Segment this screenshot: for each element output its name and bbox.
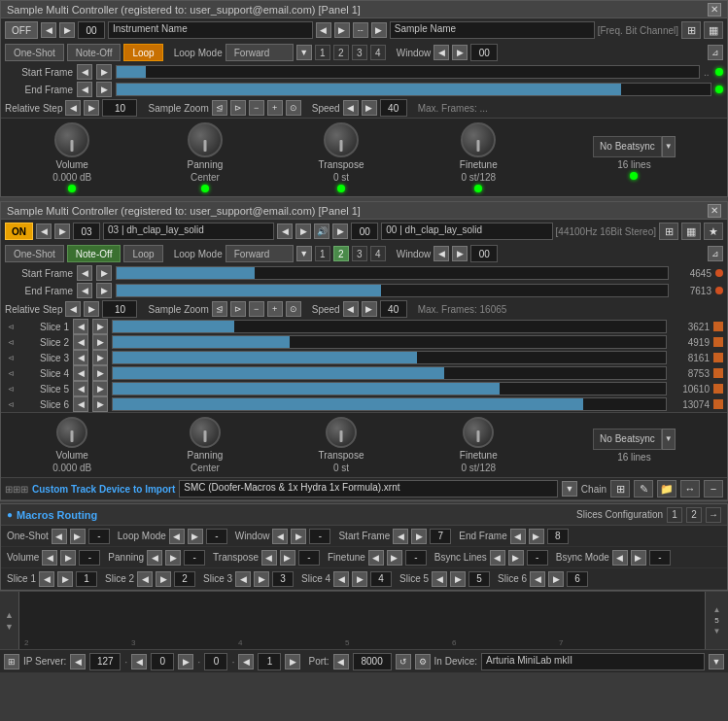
macro-oneshot-left[interactable]: ◀ xyxy=(52,529,67,544)
panel2-loop-4[interactable]: 4 xyxy=(370,246,386,261)
panel1-loopmode-val[interactable]: Forward xyxy=(225,44,294,61)
slice-right-1[interactable]: ▶ xyxy=(92,319,108,334)
piano-octave-down[interactable]: ▼ xyxy=(5,622,14,632)
piano-octave-up[interactable]: ▲ xyxy=(5,610,14,620)
panel1-zoom-btn5[interactable]: ⊙ xyxy=(286,100,301,116)
panel1-endframe-left[interactable]: ◀ xyxy=(77,82,92,97)
slice-left-2[interactable]: ◀ xyxy=(73,334,88,350)
macro-slice3-right[interactable]: ▶ xyxy=(254,571,269,587)
panel1-loop-1[interactable]: 1 xyxy=(315,45,330,60)
ip4-left[interactable]: ◀ xyxy=(238,654,254,670)
panel1-zoom-btn2[interactable]: ⊳ xyxy=(230,100,246,116)
panel1-startframe-right[interactable]: ▶ xyxy=(96,64,112,80)
slice-slider-5[interactable] xyxy=(112,382,667,395)
panel2-loop-2[interactable]: 2 xyxy=(333,246,349,261)
panel1-tab-noteoff[interactable]: Note-Off xyxy=(67,44,121,61)
chain-btn2[interactable]: ✎ xyxy=(634,480,653,498)
macro-bsyncmode-left[interactable]: ◀ xyxy=(612,550,628,566)
in-device-val[interactable]: Arturia MiniLab mkII xyxy=(481,653,705,670)
macro-bsynclines-left[interactable]: ◀ xyxy=(490,550,505,566)
panel2-startframe-slider[interactable] xyxy=(116,266,669,280)
chain-btn3[interactable]: 📁 xyxy=(657,480,676,498)
macro-bsyncmode-right[interactable]: ▶ xyxy=(631,550,646,566)
piano-scroll-down[interactable]: ▼ xyxy=(713,627,721,635)
slice-handle-3[interactable]: ⊲ xyxy=(5,352,17,363)
panel2-endframe-slider[interactable] xyxy=(116,284,669,297)
macro-finetune-left[interactable]: ◀ xyxy=(368,550,384,566)
chain-btn5[interactable]: − xyxy=(704,480,723,498)
panel1-speed-right[interactable]: ▶ xyxy=(362,100,377,116)
panel2-zoom-btn1[interactable]: ⊴ xyxy=(212,301,227,317)
macro-panning-left[interactable]: ◀ xyxy=(147,550,162,566)
macro-startframe-right[interactable]: ▶ xyxy=(411,529,427,544)
piano-scroll-up[interactable]: ▲ xyxy=(713,605,721,614)
panel2-endframe-left[interactable]: ◀ xyxy=(77,283,92,298)
panel1-panning-knob[interactable] xyxy=(188,122,223,157)
macro-slice2-left[interactable]: ◀ xyxy=(137,571,153,587)
panel1-window-left[interactable]: ◀ xyxy=(433,45,449,60)
macro-endframe-left[interactable]: ◀ xyxy=(510,529,526,544)
panel2-zoom-btn5[interactable]: ⊙ xyxy=(286,301,301,317)
panel2-loopmode-val[interactable]: Forward xyxy=(225,245,294,262)
panel1-finetune-knob[interactable] xyxy=(461,122,496,157)
macro-oneshot-right[interactable]: ▶ xyxy=(70,529,86,544)
macro-slice1-right[interactable]: ▶ xyxy=(57,571,73,587)
panel1-power-button[interactable]: OFF xyxy=(5,21,38,39)
panel2-volume-knob[interactable] xyxy=(56,417,87,448)
panel1-zoom-btn4[interactable]: + xyxy=(267,100,283,116)
panel2-finetune-knob[interactable] xyxy=(463,417,494,448)
panel1-close-button[interactable]: ✕ xyxy=(708,3,721,17)
panel1-grid-btn2[interactable]: ▦ xyxy=(704,21,723,39)
panel1-zoom-btn1[interactable]: ⊴ xyxy=(212,100,227,116)
panel2-sample-play[interactable]: ▶ xyxy=(332,223,348,239)
panel2-expand-btn[interactable]: ⊿ xyxy=(708,246,723,261)
panel2-grid-btn3[interactable]: ★ xyxy=(704,223,723,240)
panel2-prev-sample[interactable]: ◀ xyxy=(277,223,293,239)
panel2-startframe-right[interactable]: ▶ xyxy=(96,265,112,281)
panel1-next-sample[interactable]: ▶ xyxy=(334,22,350,38)
macro-panning-right[interactable]: ▶ xyxy=(165,550,181,566)
panel2-transpose-knob[interactable] xyxy=(326,417,357,448)
device-dropdown-btn[interactable]: ▼ xyxy=(562,481,577,497)
panel1-grid-btn1[interactable]: ⊞ xyxy=(681,21,701,39)
panel2-prev-patch[interactable]: ◀ xyxy=(36,223,52,239)
panel1-sample-name[interactable]: Sample Name xyxy=(390,21,595,39)
panel1-instrument-name[interactable]: Instrument Name xyxy=(108,21,313,39)
panel2-grid-btn2[interactable]: ▦ xyxy=(681,223,701,240)
panel1-relstep-left[interactable]: ◀ xyxy=(65,100,81,116)
panel1-beatsync-dropdown[interactable]: ▼ xyxy=(662,136,676,157)
device-import-file[interactable]: SMC (Doofer-Macros & 1x Hydra 1x Formula… xyxy=(179,480,558,498)
panel2-speed-right[interactable]: ▶ xyxy=(362,301,377,317)
macro-loopmode-left[interactable]: ◀ xyxy=(169,529,185,544)
macro-slice4-left[interactable]: ◀ xyxy=(333,571,349,587)
macro-slice6-left[interactable]: ◀ xyxy=(530,571,545,587)
status-settings[interactable]: ⚙ xyxy=(415,654,431,670)
slice-left-6[interactable]: ◀ xyxy=(73,396,88,412)
panel1-endframe-right[interactable]: ▶ xyxy=(96,82,112,97)
panel2-beatsync-button[interactable]: No Beatsync xyxy=(593,429,662,450)
panel2-patch-name[interactable]: 03 | dh_clap_lay_solid xyxy=(103,223,274,240)
panel2-zoom-btn3[interactable]: − xyxy=(249,301,264,317)
panel2-tab-loop[interactable]: Loop xyxy=(123,245,162,262)
panel2-sample-name[interactable]: 00 | dh_clap_lay_solid xyxy=(381,223,552,240)
panel1-endframe-slider[interactable] xyxy=(116,83,711,96)
macro-slice5-right[interactable]: ▶ xyxy=(450,571,466,587)
panel1-loop-2[interactable]: 2 xyxy=(333,45,349,60)
macro-startframe-left[interactable]: ◀ xyxy=(393,529,408,544)
slice-handle-6[interactable]: ⊲ xyxy=(5,398,17,410)
macro-bsynclines-right[interactable]: ▶ xyxy=(508,550,524,566)
panel2-beatsync-dropdown[interactable]: ▼ xyxy=(662,429,676,450)
slice-right-4[interactable]: ▶ xyxy=(92,365,108,381)
panel1-loop-3[interactable]: 3 xyxy=(352,45,367,60)
port-left[interactable]: ◀ xyxy=(333,654,349,670)
slice-left-5[interactable]: ◀ xyxy=(73,381,88,396)
panel2-tab-oneshot[interactable]: One-Shot xyxy=(5,245,64,262)
panel2-power-button[interactable]: ON xyxy=(5,223,33,240)
panel2-zoom-btn4[interactable]: + xyxy=(267,301,283,317)
panel2-relstep-right[interactable]: ▶ xyxy=(84,301,99,317)
panel2-zoom-btn2[interactable]: ⊳ xyxy=(230,301,246,317)
panel1-beatsync-button[interactable]: No Beatsync xyxy=(593,136,662,157)
panel2-sample-speaker[interactable]: 🔊 xyxy=(314,223,329,239)
slice-handle-2[interactable]: ⊲ xyxy=(5,336,17,348)
slice-right-5[interactable]: ▶ xyxy=(92,381,108,396)
